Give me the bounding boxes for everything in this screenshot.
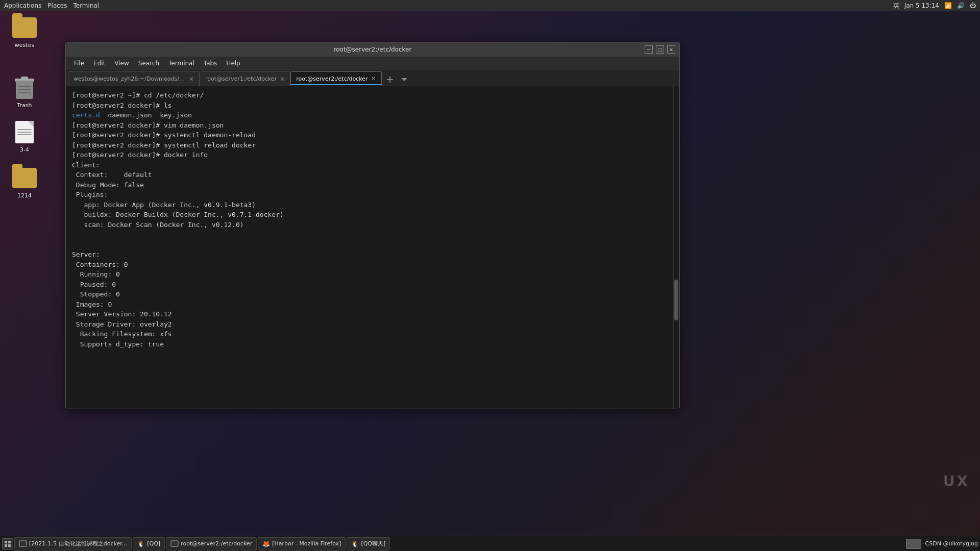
- desktop-icon-trash-label: Trash: [17, 102, 32, 109]
- terminal-window: root@server2:/etc/docker ─ □ ✕ File Edit…: [65, 42, 680, 409]
- terminal-title: root@server2:/etc/docker: [101, 46, 645, 53]
- taskbar-item-3-label: root@server2:/etc/docker: [181, 540, 252, 547]
- taskbar-right: CSDN @uikotygjug: [906, 539, 978, 549]
- taskbar-item-5-label: [QQ聊天]: [361, 540, 385, 547]
- svg-rect-8: [20, 542, 26, 545]
- certs-d-text: certs.d: [72, 111, 100, 119]
- svg-rect-6: [8, 544, 11, 547]
- menu-file[interactable]: File: [70, 59, 88, 68]
- desktop-icon-folder-1214-label: 1214: [17, 192, 32, 199]
- tab-2[interactable]: root@server1:/etc/docker ✕: [200, 71, 290, 86]
- desktop-icon-folder-1214[interactable]: 1214: [4, 166, 45, 199]
- terminal-menu[interactable]: Terminal: [73, 2, 99, 9]
- datetime-display: Jan 5 13:14: [904, 2, 939, 9]
- volume-icon: 🔊: [957, 2, 965, 9]
- power-icon: ⏻: [970, 2, 976, 9]
- terminal-tabs: westos@westos_zyh26:~/Downloads/qq-files…: [66, 70, 679, 86]
- minimize-button[interactable]: ─: [645, 45, 653, 54]
- qq-icon-2: 🐧: [351, 540, 359, 547]
- taskbar-item-4-label: [Harbor - Mozilla Firefox]: [272, 540, 341, 547]
- desktop-icon-trash[interactable]: Trash: [4, 76, 45, 109]
- desktop-icon-westos-label: westos: [15, 42, 34, 48]
- locale-indicator: 英: [893, 2, 899, 10]
- taskbar-right-text: CSDN @uikotygjug: [925, 540, 978, 547]
- menu-help[interactable]: Help: [222, 59, 244, 68]
- taskbar-apps-button[interactable]: [2, 538, 13, 549]
- taskbar-item-2-label: [QQ]: [147, 540, 160, 547]
- new-tab-button[interactable]: [384, 73, 396, 86]
- terminal-scrollbar[interactable]: [673, 86, 679, 409]
- desktop-icon-file-3-4[interactable]: 3-4: [4, 120, 45, 153]
- taskbar-item-5[interactable]: 🐧 [QQ聊天]: [347, 537, 390, 550]
- desktop-icon-westos[interactable]: westos: [4, 15, 45, 48]
- top-menubar: Applications Places Terminal 英 Jan 5 13:…: [0, 0, 980, 11]
- desktop-icon-file-3-4-label: 3-4: [20, 146, 29, 153]
- taskbar-item-1-label: [2021-1-5 自动化运维课程之docker...: [29, 540, 127, 547]
- svg-rect-4: [8, 541, 11, 543]
- menu-tabs[interactable]: Tabs: [200, 59, 222, 68]
- terminal-menubar: File Edit View Search Terminal Tabs Help: [66, 57, 679, 70]
- menu-view[interactable]: View: [110, 59, 133, 68]
- firefox-icon: 🦊: [262, 540, 270, 547]
- svg-rect-10: [172, 542, 177, 545]
- tabs-dropdown[interactable]: [398, 73, 410, 86]
- taskbar-item-2[interactable]: 🐧 [QQ]: [133, 537, 165, 550]
- maximize-button[interactable]: □: [656, 45, 664, 54]
- keyboard-layout-btn[interactable]: [906, 539, 921, 549]
- taskbar: [2021-1-5 自动化运维课程之docker... 🐧 [QQ] root@…: [0, 536, 980, 551]
- tab-3-close[interactable]: ✕: [371, 75, 376, 82]
- svg-rect-3: [5, 541, 7, 543]
- menu-terminal[interactable]: Terminal: [164, 59, 199, 68]
- svg-rect-5: [5, 544, 7, 547]
- side-decoration-text: UX: [943, 473, 970, 490]
- tab-2-label: root@server1:/etc/docker: [205, 76, 277, 82]
- tab-3-label: root@server2:/etc/docker: [296, 76, 368, 82]
- taskbar-item-3[interactable]: root@server2:/etc/docker: [166, 537, 257, 550]
- tab-1[interactable]: westos@westos_zyh26:~/Downloads/qq-files…: [68, 71, 200, 86]
- line-1: [root@server2 ~]# cd /etc/docker/ [root@…: [72, 91, 204, 109]
- scrollbar-thumb: [674, 280, 678, 320]
- menu-edit[interactable]: Edit: [89, 59, 109, 68]
- applications-menu[interactable]: Applications: [4, 2, 41, 9]
- wifi-icon: 📶: [944, 2, 952, 9]
- close-button[interactable]: ✕: [667, 45, 675, 54]
- terminal-body: [root@server2 ~]# cd /etc/docker/ [root@…: [66, 86, 679, 409]
- line-ls-rest: daemon.json key.json [root@server2 docke…: [72, 111, 284, 348]
- taskbar-item-1[interactable]: [2021-1-5 自动化运维课程之docker...: [14, 537, 132, 550]
- qq-icon-1: 🐧: [137, 540, 145, 547]
- terminal-titlebar: root@server2:/etc/docker ─ □ ✕: [66, 42, 679, 57]
- menu-search[interactable]: Search: [134, 59, 163, 68]
- tab-1-close[interactable]: ✕: [189, 76, 194, 83]
- tab-2-close[interactable]: ✕: [280, 76, 285, 83]
- terminal-content[interactable]: [root@server2 ~]# cd /etc/docker/ [root@…: [66, 86, 673, 409]
- svg-marker-2: [401, 78, 407, 81]
- places-menu[interactable]: Places: [47, 2, 67, 9]
- tab-1-label: westos@westos_zyh26:~/Downloads/qq-files…: [74, 76, 186, 82]
- svg-rect-1: [387, 79, 393, 80]
- taskbar-item-4[interactable]: 🦊 [Harbor - Mozilla Firefox]: [258, 537, 346, 550]
- tab-3[interactable]: root@server2:/etc/docker ✕: [290, 71, 381, 86]
